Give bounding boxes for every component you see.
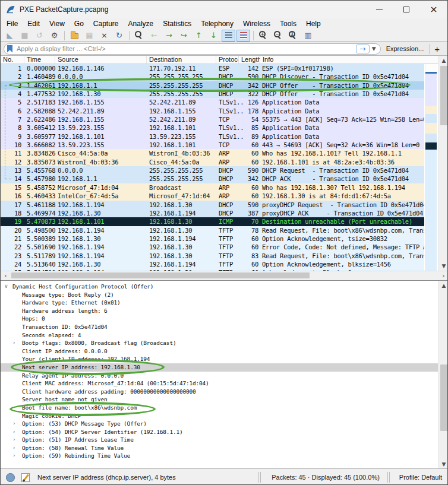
- reload-button[interactable]: ↻: [112, 30, 126, 42]
- scroll-down-icon[interactable]: ▼: [439, 261, 448, 271]
- detail-line[interactable]: Hardware type: Ethernet (0x01): [1, 299, 438, 307]
- chevron-right-icon[interactable]: ›: [13, 452, 15, 460]
- packet-list-vertical-scrollbar[interactable]: ▲ ▼: [438, 56, 448, 271]
- restart-capture-button[interactable]: ↺: [33, 30, 46, 42]
- menu-analyze[interactable]: Analyze: [124, 19, 159, 28]
- packet-row-18[interactable]: 185.469974192.168.1.30192.168.1.194DHCP3…: [1, 209, 424, 217]
- column-header-no[interactable]: No.: [1, 56, 24, 64]
- detail-line[interactable]: Hardware address length: 6: [1, 307, 438, 315]
- start-capture-button[interactable]: ◣: [3, 30, 17, 42]
- close-button[interactable]: ×: [420, 1, 447, 18]
- zoom-out-button[interactable]: [272, 30, 285, 42]
- go-to-packet-button[interactable]: ↪: [177, 30, 191, 42]
- packet-row-12[interactable]: 123.835073WistronI_4b:03:36Cisco_44:5a:0…: [1, 158, 424, 166]
- filter-history-caret-icon[interactable]: ▼: [370, 46, 378, 52]
- packet-row-5[interactable]: 52.517183192.168.1.15552.242.211.89TLSv1…: [1, 98, 424, 106]
- detail-line[interactable]: ›Option: (54) DHCP Server Identifier (19…: [1, 428, 438, 436]
- packet-row-20[interactable]: 205.498500192.168.1.194192.168.1.30TFTP7…: [1, 226, 424, 234]
- packet-row-11[interactable]: 113.834826Cisco_44:5a:0aWistronI_4b:03:3…: [1, 149, 424, 157]
- packet-row-15[interactable]: 155.458752Microsof_47:1d:04BroadcastARP6…: [1, 183, 424, 192]
- packet-row-2[interactable]: 21.4604890.0.0.0255.255.255.255DHCP590DH…: [1, 72, 424, 81]
- detail-line[interactable]: Next server IP address: 192.168.1.30: [1, 363, 438, 372]
- detail-line[interactable]: ›Option: (51) IP Address Lease Time: [1, 436, 438, 444]
- go-back-button[interactable]: ←: [147, 30, 161, 42]
- detail-line[interactable]: ›Bootp flags: 0x8000, Broadcast flag (Br…: [1, 339, 438, 347]
- packet-list-horizontal-scrollbar[interactable]: ‹ ›: [1, 271, 448, 280]
- horizontal-scroll-thumb[interactable]: [11, 272, 310, 278]
- detail-line[interactable]: Client MAC address: Microsof_47:1d:04 (0…: [1, 379, 438, 388]
- capture-options-button[interactable]: ⚙: [48, 30, 61, 42]
- menu-telephony[interactable]: Telephony: [196, 19, 238, 28]
- menu-help[interactable]: Help: [301, 19, 326, 28]
- apply-filter-button[interactable]: →: [356, 45, 370, 53]
- expression-button[interactable]: Expression...: [381, 45, 430, 52]
- display-filter-input[interactable]: Apply a display filter ... <Ctrl-/> → ▼: [4, 43, 381, 55]
- menu-view[interactable]: View: [45, 19, 70, 28]
- detail-line[interactable]: Server host name not given: [1, 395, 438, 404]
- go-top-button[interactable]: ↑: [192, 30, 206, 42]
- scroll-up-icon[interactable]: ▲: [439, 281, 448, 290]
- detail-line[interactable]: Boot file name: boot\x86\wdsnbp.com: [1, 404, 438, 412]
- resize-columns-button[interactable]: ▥: [301, 30, 315, 42]
- column-header-source[interactable]: Source: [55, 56, 147, 64]
- auto-scroll-toggle[interactable]: [222, 30, 235, 42]
- column-header-protocol[interactable]: Protocol: [216, 56, 239, 64]
- colorize-toggle[interactable]: [236, 30, 250, 42]
- details-scroll-thumb[interactable]: [440, 364, 448, 431]
- menu-file[interactable]: File: [2, 19, 23, 28]
- chevron-right-icon[interactable]: ›: [13, 420, 15, 428]
- stop-capture-button[interactable]: ■: [18, 30, 31, 42]
- packet-row-19[interactable]: 195.470873192.168.1.101192.168.1.30ICMP7…: [1, 217, 424, 226]
- packet-row-8[interactable]: 83.60541213.59.223.155192.168.1.101TLSv1…: [1, 123, 424, 132]
- menu-tools[interactable]: Tools: [275, 19, 301, 28]
- packet-row-9[interactable]: 93.605977192.168.1.10113.59.223.155TLSv1…: [1, 132, 424, 141]
- scroll-left-icon[interactable]: ‹: [1, 271, 11, 280]
- scroll-right-icon[interactable]: ›: [438, 271, 448, 280]
- packet-row-1[interactable]: 10.000000192.168.1.146171.70.192.11ESP14…: [1, 64, 424, 72]
- add-filter-button[interactable]: +: [429, 44, 444, 54]
- packet-row-24[interactable]: 245.513640192.168.1.30192.168.1.194TFTP6…: [1, 260, 424, 268]
- capture-comment-icon[interactable]: [21, 473, 30, 482]
- chevron-right-icon[interactable]: ›: [13, 339, 15, 347]
- detail-line[interactable]: Message type: Boot Reply (2): [1, 291, 438, 299]
- detail-line[interactable]: Client hardware address padding: 0000000…: [1, 388, 438, 396]
- menu-wireless[interactable]: Wireless: [238, 19, 275, 28]
- packet-row-10[interactable]: 103.66608213.59.223.155192.168.1.101TCP6…: [1, 141, 424, 149]
- close-file-button[interactable]: ×: [97, 30, 111, 42]
- packet-row-22[interactable]: 225.501690192.168.1.194192.168.1.30TFTP6…: [1, 243, 424, 251]
- detail-line[interactable]: Seconds elapsed: 4: [1, 331, 438, 340]
- open-file-button[interactable]: [68, 30, 81, 42]
- bookmark-icon[interactable]: [7, 45, 12, 53]
- menu-go[interactable]: Go: [70, 19, 89, 28]
- detail-line[interactable]: Magic cookie: DHCP: [1, 412, 438, 420]
- zoom-in-button[interactable]: [257, 30, 270, 42]
- packet-list-scroll-thumb[interactable]: [440, 66, 448, 125]
- column-header-destination[interactable]: Destination: [147, 56, 216, 64]
- go-forward-button[interactable]: →: [162, 30, 176, 42]
- packet-row-3[interactable]: 31.462061192.168.1.1255.255.255.255DHCP3…: [1, 81, 424, 90]
- detail-line[interactable]: ∨Dynamic Host Configuration Protocol (Of…: [1, 283, 438, 291]
- chevron-right-icon[interactable]: ›: [13, 444, 15, 452]
- expert-info-icon[interactable]: [6, 473, 15, 482]
- packet-row-13[interactable]: 135.4557680.0.0.0255.255.255.255DHCP590D…: [1, 166, 424, 175]
- find-packet-button[interactable]: [132, 30, 146, 42]
- packet-row-21[interactable]: 215.500389192.168.1.30192.168.1.194TFTP6…: [1, 234, 424, 243]
- detail-line[interactable]: Client IP address: 0.0.0.0: [1, 347, 438, 356]
- detail-line[interactable]: ›Option: (53) DHCP Message Type (Offer): [1, 420, 438, 428]
- packet-row-6[interactable]: 62.58208852.242.211.89192.168.1.155TLSv1…: [1, 107, 424, 115]
- packet-row-16[interactable]: 165.460433IntelCor_67:4d:5aMicrosof_47:1…: [1, 192, 424, 200]
- packet-row-4[interactable]: 41.477532192.168.1.30255.255.255.255DHCP…: [1, 90, 424, 98]
- column-header-info[interactable]: Info: [260, 56, 438, 64]
- column-header-time[interactable]: Time: [24, 56, 55, 64]
- minimize-button[interactable]: [365, 1, 393, 18]
- packet-row-23[interactable]: 235.511789192.168.1.194192.168.1.30TFTP8…: [1, 252, 424, 260]
- menu-capture[interactable]: Capture: [89, 19, 124, 28]
- packet-row-7[interactable]: 72.622486192.168.1.15552.242.211.89TCP54…: [1, 115, 424, 123]
- zoom-reset-button[interactable]: [286, 30, 300, 42]
- packet-row-14[interactable]: 145.457980192.168.1.1255.255.255.255DHCP…: [1, 175, 424, 183]
- detail-line[interactable]: ›Option: (58) Renewal Time Value: [1, 444, 438, 452]
- save-file-button[interactable]: ▦: [83, 30, 96, 42]
- detail-line[interactable]: Hops: 0: [1, 315, 438, 323]
- detail-line[interactable]: Relay agent IP address: 0.0.0.0: [1, 372, 438, 380]
- chevron-down-icon[interactable]: ∨: [4, 283, 8, 291]
